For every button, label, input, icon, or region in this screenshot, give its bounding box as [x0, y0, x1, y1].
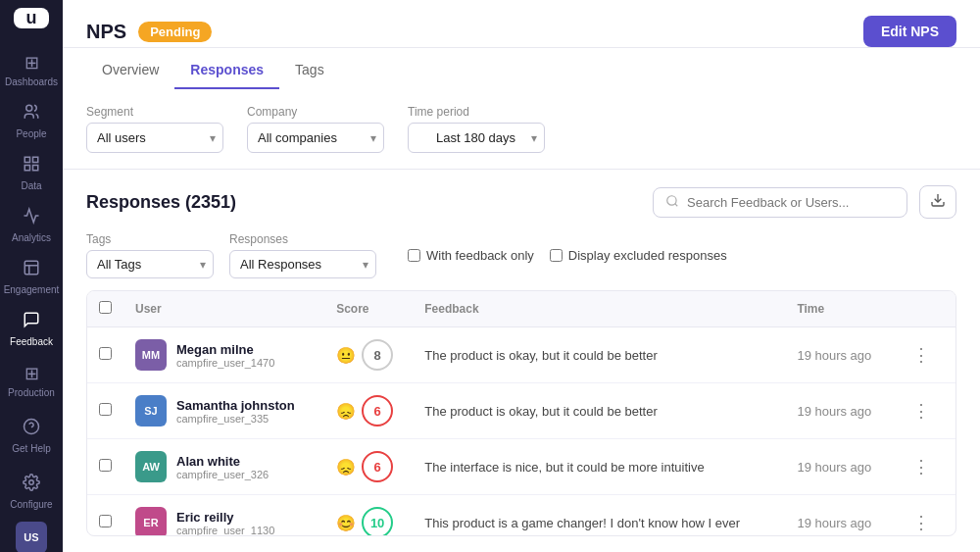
feedback-cell: The interface is nice, but it could be m…	[413, 439, 785, 495]
row-checkbox[interactable]	[99, 347, 112, 360]
feedback-cell: The product is okay, but it could be bet…	[413, 383, 785, 439]
feedback-text: The product is okay, but it could be bet…	[424, 404, 658, 419]
user-info: Alan white campfire_user_326	[176, 454, 269, 480]
tab-responses[interactable]: Responses	[174, 52, 279, 89]
feedback-cell: The product is okay, but it could be bet…	[413, 327, 785, 383]
sidebar-item-get-help[interactable]: Get Help	[4, 410, 59, 462]
score-face-icon: 😞	[336, 458, 356, 477]
excluded-checkbox-label[interactable]: Display excluded responses	[550, 248, 727, 263]
time-select-wrapper: Last 180 days	[408, 123, 545, 153]
user-cell: ER Eric reilly campfire_user_1130	[123, 495, 324, 537]
table-body: MM Megan milne campfire_user_1470 😐 8 Th…	[87, 327, 956, 537]
svg-rect-4	[33, 166, 38, 171]
sidebar-item-dashboards[interactable]: ⊞ Dashboards	[0, 44, 63, 95]
segment-select-wrapper: All users	[86, 123, 223, 153]
sidebar-item-label: Engagement	[4, 284, 60, 295]
time-select[interactable]: Last 180 days	[408, 123, 545, 153]
tags-filter-group: Tags All Tags	[86, 232, 214, 278]
user-name: Megan milne	[176, 342, 274, 357]
actions-cell: ⋮	[893, 439, 956, 495]
main-content: NPS Pending Edit NPS Overview Responses …	[63, 0, 980, 552]
sidebar: u ⊞ Dashboards People Data Analytics Eng…	[0, 0, 63, 552]
table-row: ER Eric reilly campfire_user_1130 😊 10 T…	[87, 495, 956, 537]
score-face-icon: 😊	[336, 514, 356, 532]
time-text: 19 hours ago	[797, 460, 871, 475]
sidebar-item-label: Analytics	[12, 232, 51, 243]
tags-select[interactable]: All Tags	[86, 250, 214, 278]
user-avatar[interactable]: US	[16, 522, 47, 552]
help-icon	[23, 418, 40, 440]
tags-filter-label: Tags	[86, 232, 214, 246]
score-cell: 😞 6	[324, 439, 413, 495]
sidebar-item-analytics[interactable]: Analytics	[0, 199, 63, 251]
th-time: Time	[785, 291, 893, 327]
time-text: 19 hours ago	[797, 404, 871, 419]
sidebar-item-label: Production	[8, 387, 55, 398]
sidebar-item-configure[interactable]: Configure	[4, 466, 59, 518]
time-cell: 19 hours ago	[785, 383, 893, 439]
tab-overview[interactable]: Overview	[86, 52, 174, 89]
avatar: MM	[135, 339, 167, 371]
select-all-checkbox[interactable]	[99, 301, 112, 314]
sidebar-item-engagement[interactable]: Engagement	[0, 251, 63, 303]
company-select-wrapper: All companies	[247, 123, 384, 153]
row-checkbox[interactable]	[99, 515, 112, 527]
edit-nps-button[interactable]: Edit NPS	[863, 16, 956, 47]
user-id: campfire_user_326	[176, 469, 269, 480]
sidebar-item-people[interactable]: People	[0, 95, 63, 147]
more-options-button[interactable]: ⋮	[905, 340, 938, 370]
time-filter: Time period Last 180 days	[408, 105, 545, 153]
segment-select[interactable]: All users	[86, 123, 223, 153]
status-badge: Pending	[138, 22, 212, 42]
score-badge: 10	[362, 507, 393, 536]
th-checkbox	[87, 291, 123, 327]
time-cell: 19 hours ago	[785, 495, 893, 537]
feedback-only-checkbox[interactable]	[408, 249, 420, 262]
svg-rect-3	[24, 166, 29, 171]
responses-header-right	[653, 185, 956, 219]
page-header: NPS Pending Edit NPS	[63, 0, 980, 48]
company-select[interactable]: All companies	[247, 123, 384, 153]
analytics-icon	[23, 207, 40, 229]
actions-cell: ⋮	[893, 495, 956, 537]
download-button[interactable]	[919, 185, 956, 219]
row-checkbox[interactable]	[99, 459, 112, 472]
svg-point-9	[667, 195, 676, 204]
search-input[interactable]	[687, 195, 895, 210]
excluded-checkbox[interactable]	[550, 249, 563, 262]
time-text: 19 hours ago	[797, 516, 871, 530]
data-icon	[23, 155, 40, 177]
sidebar-item-production[interactable]: ⊞ Production	[4, 355, 59, 406]
filters-row: Segment All users Company All companies …	[63, 89, 980, 170]
row-checkbox-cell	[87, 327, 123, 383]
more-options-button[interactable]: ⋮	[905, 396, 938, 426]
row-checkbox[interactable]	[99, 403, 112, 416]
responses-select[interactable]: All Responses	[229, 250, 376, 278]
feedback-only-checkbox-label[interactable]: With feedback only	[408, 248, 534, 263]
feedback-text: This product is a game changer! I don't …	[424, 516, 740, 530]
table-row: AW Alan white campfire_user_326 😞 6 The …	[87, 439, 956, 495]
table-row: MM Megan milne campfire_user_1470 😐 8 Th…	[87, 327, 956, 383]
user-info: Megan milne campfire_user_1470	[176, 342, 274, 369]
header-left: NPS Pending	[86, 21, 212, 43]
more-options-button[interactable]: ⋮	[905, 508, 938, 536]
tab-tags[interactable]: Tags	[279, 52, 340, 89]
sidebar-item-feedback[interactable]: Feedback	[0, 303, 63, 355]
row-checkbox-cell	[87, 495, 123, 537]
avatar: ER	[135, 507, 167, 536]
people-icon	[23, 103, 40, 125]
svg-point-0	[26, 105, 32, 111]
tab-bar: Overview Responses Tags	[63, 52, 980, 89]
th-feedback: Feedback	[413, 291, 785, 327]
tag-filters-row: Tags All Tags Responses All Responses	[86, 232, 956, 278]
sidebar-item-data[interactable]: Data	[0, 147, 63, 199]
feedback-text: The interface is nice, but it could be m…	[424, 460, 704, 475]
responses-header: Responses (2351)	[86, 185, 956, 219]
more-options-button[interactable]: ⋮	[905, 452, 938, 481]
score-face-icon: 😞	[336, 402, 356, 421]
sidebar-item-label: Dashboards	[5, 76, 58, 87]
tags-select-wrapper: All Tags	[86, 250, 214, 278]
responses-title: Responses (2351)	[86, 192, 236, 213]
sidebar-logo[interactable]: u	[14, 8, 49, 28]
score-cell: 😞 6	[324, 383, 413, 439]
